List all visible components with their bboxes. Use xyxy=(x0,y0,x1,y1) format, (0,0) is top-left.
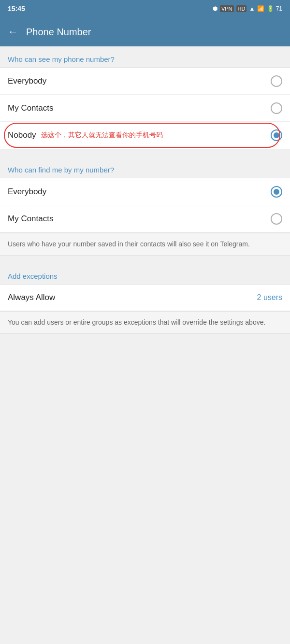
section2-options: Everybody My Contacts xyxy=(0,178,290,233)
option-mycontacts-find[interactable]: My Contacts xyxy=(0,205,290,232)
exceptions-heading: Add exceptions xyxy=(0,263,290,284)
hd-badge: HD xyxy=(236,5,247,12)
wifi-icon: 📶 xyxy=(257,5,264,12)
battery-icon: 🔋 71 xyxy=(267,5,282,12)
bluetooth-icon: ⬢ xyxy=(213,5,218,12)
nobody-annotation-text: 选这个，其它人就无法查看你的手机号码 xyxy=(41,131,271,140)
option-everybody-find-label: Everybody xyxy=(8,187,46,197)
status-time: 15:45 xyxy=(8,5,25,13)
bottom-spacer xyxy=(0,334,290,479)
section1-options: Everybody My Contacts Nobody 选这个，其它人就无法查… xyxy=(0,67,290,149)
exceptions-info: You can add users or entire groups as ex… xyxy=(0,311,290,334)
option-mycontacts-find-label: My Contacts xyxy=(8,214,53,224)
vpn-badge: VPN xyxy=(220,5,234,12)
option-mycontacts-see[interactable]: My Contacts xyxy=(0,95,290,122)
section2-heading: Who can find me by my number? xyxy=(0,157,290,178)
spacer1 xyxy=(0,149,290,157)
option-everybody-see-label: Everybody xyxy=(8,76,46,86)
status-icons: ⬢ VPN HD ▲ 📶 🔋 71 xyxy=(213,5,282,12)
app-bar: ← Phone Number xyxy=(0,17,290,46)
back-button[interactable]: ← xyxy=(8,26,18,38)
option-nobody-see[interactable]: Nobody 选这个，其它人就无法查看你的手机号码 xyxy=(0,122,290,149)
status-bar: 15:45 ⬢ VPN HD ▲ 📶 🔋 71 xyxy=(0,0,290,17)
section2-info: Users who have your number saved in thei… xyxy=(0,233,290,256)
option-everybody-see[interactable]: Everybody xyxy=(0,68,290,95)
option-mycontacts-see-label: My Contacts xyxy=(8,103,53,113)
spacer2 xyxy=(0,256,290,263)
signal-icon: ▲ xyxy=(249,5,255,12)
always-allow-value: 2 users xyxy=(257,293,282,302)
content: Who can see my phone number? Everybody M… xyxy=(0,46,290,479)
radio-everybody-find[interactable] xyxy=(271,186,282,198)
radio-everybody-see[interactable] xyxy=(271,75,282,87)
option-nobody-see-label: Nobody xyxy=(8,130,36,140)
radio-mycontacts-see[interactable] xyxy=(271,102,282,114)
always-allow-row[interactable]: Always Allow 2 users xyxy=(0,284,290,311)
radio-mycontacts-find[interactable] xyxy=(271,213,282,225)
always-allow-label: Always Allow xyxy=(8,293,55,302)
option-everybody-find[interactable]: Everybody xyxy=(0,178,290,205)
radio-nobody-see[interactable] xyxy=(271,129,282,141)
page-title: Phone Number xyxy=(26,27,91,38)
section1-heading: Who can see my phone number? xyxy=(0,46,290,67)
